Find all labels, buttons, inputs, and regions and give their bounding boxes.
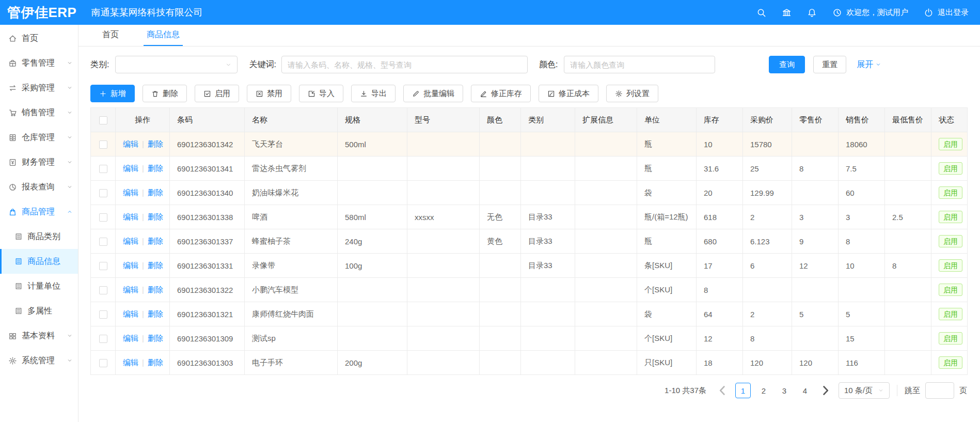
page-number-2[interactable]: 2 [756,383,771,398]
welcome-user[interactable]: 欢迎您，测试用户 [832,8,908,18]
chevron-down-icon [875,61,881,68]
row-checkbox[interactable] [99,262,107,270]
search-icon[interactable] [756,8,766,18]
sidebar-item-finance[interactable]: 财务管理 [0,150,78,175]
cell-barcode: 6901236301342 [170,132,245,157]
row-checkbox[interactable] [99,238,107,246]
row-checkbox[interactable] [99,286,107,294]
edit-link[interactable]: 编辑 [123,139,138,148]
toolbar-button-label: 禁用 [267,89,282,99]
table-row: 编辑|删除6901236301337蜂蜜柚子茶240g黄色目录33瓶6806.1… [91,229,968,254]
sidebar-item-purchase[interactable]: 采购管理 [0,75,78,100]
row-checkbox-cell [91,205,116,229]
sidebar-item-warehouse[interactable]: 仓库管理 [0,125,78,150]
edit-link[interactable]: 编辑 [123,285,138,294]
cell-color [480,254,521,278]
sidebar-item-home[interactable]: 首页 [0,26,78,51]
column-header: 规格 [338,108,407,132]
cell-status: 启用 [931,278,968,302]
bell-icon[interactable] [807,8,817,18]
delete-link[interactable]: 删除 [148,334,163,342]
toolbar-button-import[interactable]: 导入 [299,85,343,102]
edit-link[interactable]: 编辑 [123,237,138,245]
select-all-checkbox[interactable] [99,116,107,124]
toolbar-button-plus[interactable]: 新增 [90,85,135,102]
row-checkbox[interactable] [99,140,107,149]
row-checkbox[interactable] [99,359,107,367]
sidebar-subitem-1[interactable]: 商品类别 [0,224,78,249]
prev-page-button[interactable] [715,383,730,398]
delete-link[interactable]: 删除 [148,358,163,367]
edit-link[interactable]: 编辑 [123,334,138,342]
edit-link[interactable]: 编辑 [123,358,138,367]
row-checkbox[interactable] [99,310,107,319]
tab-1[interactable]: 首页 [99,25,122,46]
sidebar-item-grid[interactable]: 基本资料 [0,323,78,348]
sidebar-item-sales[interactable]: 销售管理 [0,100,78,125]
delete-link[interactable]: 删除 [148,261,163,270]
toolbar-button-gear[interactable]: 列设置 [606,85,658,102]
cell-barcode: 6901236301337 [170,229,245,254]
toolbar-button-export[interactable]: 导出 [351,85,396,102]
sidebar-item-report[interactable]: 报表查询 [0,175,78,199]
cell-color [480,181,521,205]
toolbar-button-check-square[interactable]: 启用 [195,85,239,102]
cell-color [480,278,521,302]
tab-2[interactable]: 商品信息 [144,25,183,46]
row-checkbox-cell [91,157,116,181]
delete-link[interactable]: 删除 [148,188,163,197]
chevron-up-icon [67,209,73,215]
cell-unit: 瓶 [637,157,697,181]
keyword-input[interactable] [281,56,528,73]
reset-button[interactable]: 重置 [813,56,846,73]
cell-spec: 200g [338,351,407,375]
table-row: 编辑|删除6901236301338啤酒580mlxxsxx无色目录33瓶/(箱… [91,205,968,229]
edit-link[interactable]: 编辑 [123,212,138,221]
jump-to-input[interactable] [925,382,954,399]
row-checkbox-cell [91,181,116,205]
delete-link[interactable]: 删除 [148,139,163,148]
edit-link[interactable]: 编辑 [123,261,138,270]
sidebar-subitem-2[interactable]: 商品信息 [0,249,78,274]
edit-link[interactable]: 编辑 [123,164,138,173]
cell-model [407,326,480,351]
cell-sale [839,278,885,302]
toolbar-button-close-square[interactable]: 禁用 [247,85,291,102]
page-size-select[interactable]: 10 条/页 [839,382,890,399]
toolbar-button-edit[interactable]: 批量编辑 [403,85,463,102]
page-number-3[interactable]: 3 [777,383,792,398]
cell-sale: 10 [839,254,885,278]
bank-icon[interactable] [782,8,792,18]
expand-link[interactable]: 展开 [857,59,881,70]
cell-ext [575,132,637,157]
logout-button[interactable]: 退出登录 [924,8,969,18]
sidebar-item-gear[interactable]: 系统管理 [0,348,78,373]
edit-link[interactable]: 编辑 [123,188,138,197]
category-select[interactable] [115,56,238,73]
sidebar-item-goods[interactable]: 商品管理 [0,199,78,224]
sidebar-subitem-3[interactable]: 计量单位 [0,274,78,299]
sidebar-item-retail[interactable]: 零售管理 [0,51,78,75]
toolbar-button-edit-square[interactable]: 修正成本 [539,85,598,102]
next-page-button[interactable] [818,383,833,398]
sidebar-item-label: 基本资料 [22,331,55,341]
cell-category [521,326,575,351]
delete-link[interactable]: 删除 [148,309,163,318]
delete-link[interactable]: 删除 [148,237,163,245]
toolbar-button-trash[interactable]: 删除 [143,85,187,102]
edit-link[interactable]: 编辑 [123,309,138,318]
row-checkbox[interactable] [99,213,107,222]
page-number-1[interactable]: 1 [735,383,751,398]
row-checkbox[interactable] [99,165,107,173]
toolbar-button-edit-line[interactable]: 修正库存 [471,85,531,102]
delete-link[interactable]: 删除 [148,212,163,221]
page-number-4[interactable]: 4 [797,383,813,398]
row-checkbox[interactable] [99,189,107,197]
sidebar-subitem-4[interactable]: 多属性 [0,299,78,323]
row-checkbox[interactable] [99,335,107,343]
search-button[interactable]: 查询 [769,56,805,73]
delete-link[interactable]: 删除 [148,285,163,294]
color-input[interactable] [564,56,715,73]
delete-link[interactable]: 删除 [148,164,163,173]
status-badge: 启用 [939,162,962,175]
